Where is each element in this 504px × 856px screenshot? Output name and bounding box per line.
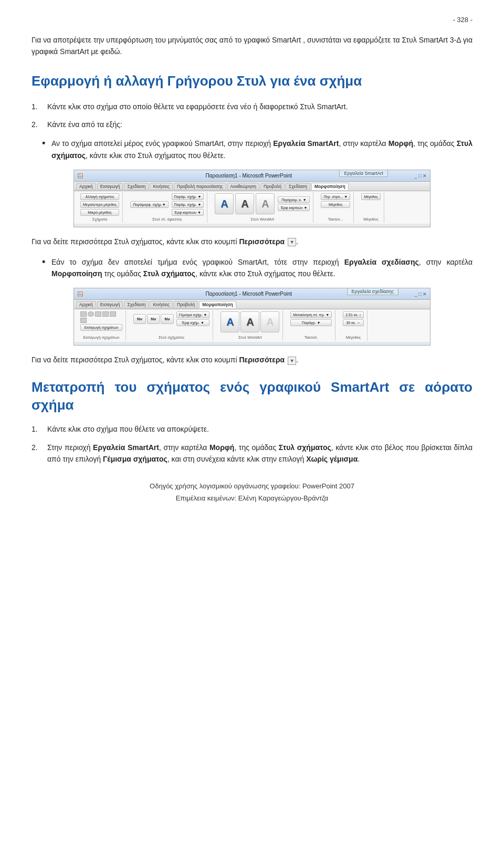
footer-line2: Επιμέλεια κειμένων: Ελένη Καραγεώργου-Βρ… — [32, 493, 472, 504]
tab-sxediasi-2[interactable]: Σχεδίαση — [124, 301, 149, 308]
page-container: - 328 - Για να αποτρέψετε την υπερφόρτωσ… — [0, 0, 504, 856]
btn-gemisma[interactable]: Έρφ καρτεών ▼ — [172, 209, 204, 216]
ribbon-group-styl2: Νν Νν Νν Γέμισμα σχήμ. ▼ Έρφ σχήμ. ▼ Στυ… — [130, 310, 213, 341]
step1-number: 1. — [32, 101, 47, 112]
step3-item: 1. Κάντε κλικ στο σχήμα που θέλετε να απ… — [32, 423, 472, 435]
btn-mikro[interactable]: Μικρό μέγεθος — [80, 209, 119, 216]
group-label-sximata: Σχήματα — [92, 216, 108, 222]
ribbon-tabs-2: Αρχική Εισαγωγή Σχεδίαση Κινήσεις Προβολ… — [74, 300, 430, 309]
group-label-styl: Στυλ στ. έφαστος — [152, 216, 182, 222]
btn-metakini[interactable]: Μετακίνηση στ. πρ. ▼ — [290, 311, 332, 318]
btn-A-blue-1[interactable]: A — [215, 193, 234, 214]
btn-platos[interactable]: 30 εκ. ↔ — [343, 319, 364, 326]
ribbon-btns-sximata: Αλλαγή σχήματος Μεγαλύτερο μέγεθος Μικρό… — [80, 193, 119, 216]
tab-morfop-1[interactable]: Μορφοποίηση — [311, 183, 349, 190]
btn-perigr-k[interactable]: Περίγραμ. κ. ▼ — [278, 196, 310, 203]
ribbon-body-2: Εισαγωγή σχημάτων Εισαγωγή σχημάτων Νν Ν… — [74, 309, 430, 342]
bullet-icon-1: ▪ — [42, 138, 51, 161]
ribbon-mockup-2: 🪟 Παρουσίαση1 - Microsoft PowerPoint _ □… — [74, 288, 430, 345]
tab-provoli-1[interactable]: Προβολή — [260, 183, 285, 190]
shape-icon-3 — [95, 311, 101, 317]
step4-number: 2. — [32, 442, 47, 465]
ribbon-btns-styl: Παράμορφ. σχήμ.▼ Παράμ. σχήμ. ▼ Παράμ. σ… — [130, 193, 204, 216]
letter-a-icon-2: A — [226, 317, 234, 327]
btn-A-blue-2[interactable]: A — [220, 311, 239, 332]
ribbon-group-takton2: Μετακίνηση στ. πρ. ▼ Παράγρ. ▼ Τακτοπ. — [287, 310, 335, 341]
tab-arxiki-1[interactable]: Αρχική — [76, 183, 96, 190]
group-label-wordart: Στυλ WordArt — [251, 216, 275, 222]
btn-A-light-2[interactable]: A — [260, 311, 279, 332]
ribbon-body-1: Αλλαγή σχήματος Μεγαλύτερο μέγεθος Μικρό… — [74, 191, 430, 224]
btn-allagi-sximatos[interactable]: Αλλαγή σχήματος — [80, 193, 119, 200]
group-label-megethos: Μέγεθος — [363, 216, 379, 222]
bullet-item-1: ▪ Αν το σχήμα αποτελεί μέρος ενός γραφικ… — [42, 138, 472, 161]
tab-provoli-par-1[interactable]: Προβολή παρουσίασης — [174, 183, 226, 190]
tab-morfop-2[interactable]: Μορφοποίηση — [199, 301, 236, 308]
tab-provoli-2[interactable]: Προβολή — [174, 301, 198, 308]
bullet2-content: Εάν το σχήμα δεν αποτελεί τμήμα ενός γρα… — [51, 256, 472, 280]
btn-parom-2[interactable]: Παράμ. σχήμ. ▼ — [172, 201, 204, 208]
step2-text: Κάντε ένα από τα εξής: — [47, 119, 472, 130]
btn-gemisma-sxim[interactable]: Γέμισμα σχήμ. ▼ — [176, 311, 210, 318]
ribbon-group-eisag: Εισαγωγή σχημάτων Εισαγωγή σχημάτων — [77, 310, 126, 341]
step2-number: 2. — [32, 119, 47, 130]
more-btn-2[interactable]: ▼ — [288, 357, 296, 365]
tab-sxediasi-1[interactable]: Σχεδίαση — [124, 183, 149, 190]
shape-icon-5 — [110, 311, 116, 317]
btn-megethos2[interactable]: Μέγεθος — [361, 193, 381, 200]
more-btn-1[interactable]: ▼ — [288, 238, 296, 246]
ribbon-group-wordart2: A A A Στυλ WordArt — [217, 310, 283, 341]
btn-paragra[interactable]: Παράγρ. ▼ — [290, 319, 332, 326]
step2-item: 2. Κάντε ένα από τα εξής: — [32, 119, 472, 130]
tab-arxiki-2[interactable]: Αρχική — [76, 301, 96, 308]
tab-kiniseis-1[interactable]: Κινήσεις — [150, 183, 173, 190]
letter-a-outline-1: A — [241, 199, 248, 209]
tab-kiniseis-2[interactable]: Κινήσεις — [150, 301, 173, 308]
tab-sxediasi2-1[interactable]: Σχεδίαση — [286, 183, 310, 190]
shape-icon-4 — [102, 311, 109, 317]
footer-line1: Οδηγός χρήσης λογισμικού οργάνωσης γραφε… — [32, 481, 472, 492]
letter-a-icon-1: A — [220, 199, 228, 209]
btn-A-shadow-1[interactable]: A — [256, 193, 275, 214]
more-info-2: Για να δείτε περισσότερα Στυλ σχήματος, … — [32, 354, 472, 366]
btn-peri-stro[interactable]: Περ. στρο... ▼ — [321, 193, 350, 200]
step4-item: 2. Στην περιοχή Εργαλεία SmartArt, στην … — [32, 442, 472, 465]
ribbon-btns-takton2: Μετακίνηση στ. πρ. ▼ Παράγρ. ▼ — [290, 311, 332, 326]
btn-A-outline-1[interactable]: A — [235, 193, 254, 214]
letter-a-dark-2: A — [246, 317, 254, 327]
section2-title: Μετατροπή του σχήματος ενός γραφικού Sma… — [32, 379, 472, 414]
ribbon-mockup-1: 🪟 Παρουσίαση1 - Microsoft PowerPoint _ □… — [74, 170, 430, 227]
btn-parom-1[interactable]: Παράμ. σχήμ. ▼ — [172, 193, 204, 200]
ribbon-tabs-1: Αρχική Εισαγωγή Σχεδίαση Κινήσεις Προβολ… — [74, 182, 430, 191]
btn-A-dark-2[interactable]: A — [240, 311, 259, 332]
ribbon-group-wordart: A A A Περίγραμ. κ. ▼ Έρφ καρτεών ▼ — [212, 192, 313, 223]
tab-eisagogi-2[interactable]: Εισαγωγή — [97, 301, 123, 308]
step1-item: 1. Κάντε κλικ στο σχήμα στο οποίο θέλετε… — [32, 101, 472, 112]
ribbon-group-megethos2: 2.51 εκ. ↕ 30 εκ. ↔ Μέγεθος — [340, 310, 368, 341]
btn-eisag-sxim[interactable]: Εισαγωγή σχημάτων — [80, 324, 122, 331]
step3-number: 1. — [32, 423, 47, 435]
ribbon-btns-styl2: Νν Νν Νν Γέμισμα σχήμ. ▼ Έρφ σχήμ. ▼ — [133, 311, 209, 326]
btn-orf-sxim[interactable]: Έρφ σχήμ. ▼ — [176, 319, 210, 326]
btn-nv-1[interactable]: Νν — [133, 314, 146, 324]
btn-erf-kart[interactable]: Έρφ καρτεών ▼ — [278, 204, 310, 211]
group-label-eisag: Εισαγωγή σχημάτων — [83, 334, 119, 340]
ribbon-smartart-label-1: Εργαλεία SmartArt — [339, 170, 388, 177]
screenshot-1: 🪟 Παρουσίαση1 - Microsoft PowerPoint _ □… — [74, 170, 430, 227]
ribbon-group-styl-sximatos: Παράμορφ. σχήμ.▼ Παράμ. σχήμ. ▼ Παράμ. σ… — [127, 192, 207, 223]
tab-anath-1[interactable]: Αναθεώρηση — [227, 183, 259, 190]
btn-ypsos[interactable]: 2.51 εκ. ↕ — [343, 311, 364, 318]
btn-paramorf-sxim[interactable]: Παράμορφ. σχήμ.▼ — [130, 201, 168, 208]
group-label-styl2: Στυλ σχήματος — [159, 334, 184, 340]
ribbon-group-sximata: Αλλαγή σχήματος Μεγαλύτερο μέγεθος Μικρό… — [77, 192, 123, 223]
tab-eisagogi-1[interactable]: Εισαγωγή — [97, 183, 123, 190]
footer: Οδηγός χρήσης λογισμικού οργάνωσης γραφε… — [32, 481, 472, 504]
letter-a-shadow-1: A — [261, 198, 269, 210]
bullet-section-1: ▪ Αν το σχήμα αποτελεί μέρος ενός γραφικ… — [42, 138, 472, 161]
intro-paragraph: Για να αποτρέψετε την υπερφόρτωση του μη… — [32, 34, 472, 58]
shape-icon-2 — [88, 311, 94, 317]
btn-nv-3[interactable]: Νν — [161, 314, 173, 324]
btn-megalytera[interactable]: Μεγαλύτερο μέγεθος — [80, 201, 119, 208]
btn-nv-2[interactable]: Νν — [147, 314, 160, 324]
btn-megethos[interactable]: Μέγεθος — [321, 201, 350, 208]
